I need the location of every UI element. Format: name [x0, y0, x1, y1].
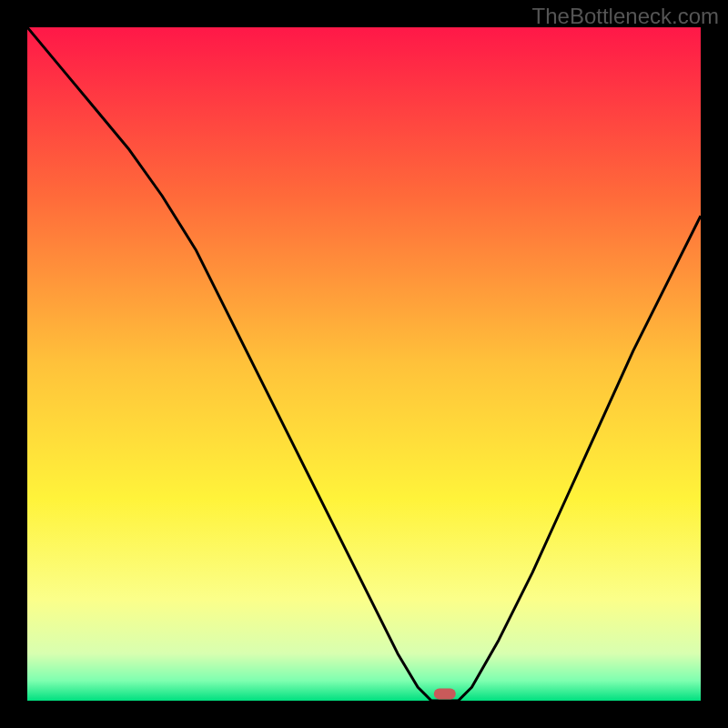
optimal-marker	[434, 689, 456, 700]
gradient-background	[27, 27, 701, 701]
chart-svg	[27, 27, 701, 701]
chart-container: TheBottleneck.com	[0, 0, 728, 728]
plot-area	[27, 27, 701, 701]
watermark-text: TheBottleneck.com	[532, 4, 719, 29]
